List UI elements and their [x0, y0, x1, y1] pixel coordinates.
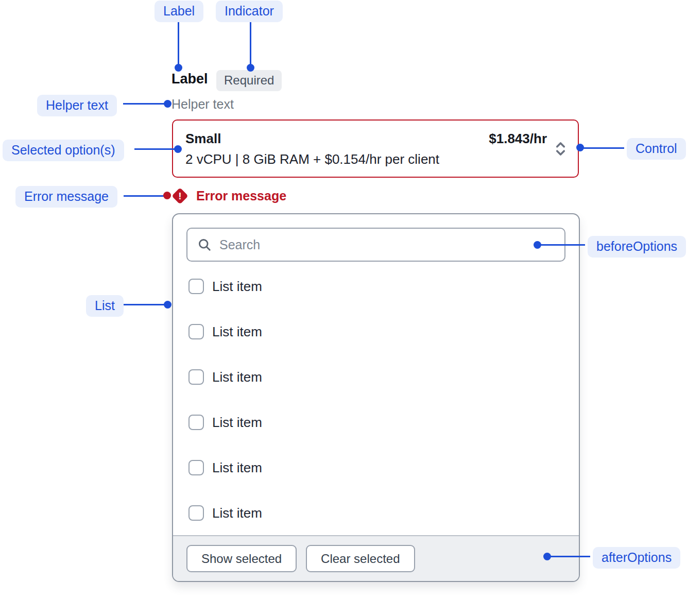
- dropdown-panel: List item List item List item List item …: [172, 213, 580, 582]
- checkbox-icon[interactable]: [188, 460, 204, 475]
- error-message-row: ! Error message: [171, 187, 286, 204]
- connector-line: [250, 21, 251, 67]
- show-selected-button[interactable]: Show selected: [186, 545, 297, 572]
- callout-label: Label: [154, 1, 203, 22]
- connector-line: [547, 556, 590, 557]
- search-icon: [198, 238, 212, 252]
- connector-line: [134, 148, 178, 150]
- connector-dot: [175, 64, 182, 72]
- callout-selected-options: Selected option(s): [3, 140, 124, 161]
- list-item-label: List item: [212, 505, 262, 521]
- checkbox-icon[interactable]: [188, 279, 204, 294]
- checkbox-icon[interactable]: [188, 505, 204, 521]
- list-item-label: List item: [212, 369, 262, 385]
- list-item-label: List item: [212, 324, 262, 340]
- callout-indicator: Indicator: [216, 1, 283, 22]
- list-item[interactable]: List item: [173, 445, 579, 490]
- callout-after-options: afterOptions: [593, 547, 680, 569]
- list-item[interactable]: List item: [173, 264, 579, 309]
- list-item-label: List item: [212, 415, 262, 431]
- selectable-anatomy-diagram: Label Indicator Helper text Selected opt…: [0, 0, 687, 616]
- connector-dot: [164, 301, 171, 309]
- select-control[interactable]: Small 2 vCPU | 8 GiB RAM + $0.154/hr per…: [172, 119, 579, 178]
- connector-dot: [543, 553, 551, 560]
- search-box[interactable]: [186, 228, 565, 262]
- field-label: Label: [171, 71, 208, 87]
- required-indicator-badge: Required: [216, 70, 282, 91]
- error-alert-icon: !: [171, 187, 188, 204]
- options-list: List item List item List item List item …: [173, 264, 579, 536]
- selected-option-price: $1.843/hr: [489, 128, 547, 149]
- list-item-label: List item: [212, 460, 262, 476]
- connector-dot: [576, 144, 584, 151]
- connector-line: [124, 195, 167, 197]
- callout-before-options: beforeOptions: [588, 236, 686, 258]
- checkbox-icon[interactable]: [188, 415, 204, 430]
- helper-text: Helper text: [171, 97, 234, 112]
- callout-error-message: Error message: [15, 186, 117, 208]
- search-input[interactable]: [219, 237, 554, 252]
- connector-dot: [247, 64, 254, 72]
- list-item[interactable]: List item: [173, 490, 579, 536]
- connector-line: [123, 103, 167, 105]
- connector-dot: [163, 192, 171, 199]
- selected-option: Small 2 vCPU | 8 GiB RAM + $0.154/hr per…: [185, 128, 489, 169]
- clear-selected-button[interactable]: Clear selected: [306, 545, 415, 572]
- list-item[interactable]: List item: [173, 400, 579, 445]
- checkbox-icon[interactable]: [188, 369, 204, 385]
- selected-option-description: 2 vCPU | 8 GiB RAM + $0.154/hr per clien…: [185, 149, 489, 169]
- callout-control: Control: [627, 138, 686, 160]
- error-message-text: Error message: [196, 189, 286, 203]
- connector-line: [538, 244, 585, 246]
- list-item[interactable]: List item: [173, 309, 579, 354]
- connector-line: [580, 147, 624, 149]
- callout-list: List: [86, 295, 124, 317]
- connector-line: [123, 304, 168, 305]
- selected-option-title: Small: [185, 128, 489, 149]
- checkbox-icon[interactable]: [188, 324, 204, 339]
- connector-dot: [534, 241, 541, 249]
- connector-dot: [174, 145, 182, 153]
- connector-line: [178, 21, 179, 67]
- select-chevron-up-down-icon: [554, 141, 568, 157]
- list-item[interactable]: List item: [173, 354, 579, 400]
- list-item-label: List item: [212, 279, 262, 295]
- callout-helper-text: Helper text: [37, 95, 117, 116]
- connector-dot: [164, 100, 171, 108]
- dropdown-footer: Show selected Clear selected: [173, 535, 579, 581]
